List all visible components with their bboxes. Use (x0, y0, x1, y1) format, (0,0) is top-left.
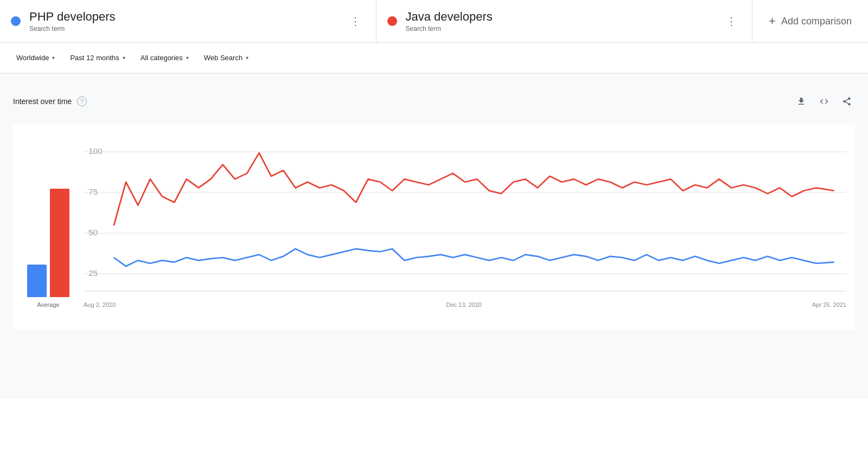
search-term-java: Java developers Search term ⋮ (376, 0, 753, 42)
php-term-name: PHP developers (29, 10, 346, 24)
java-avg-bar (50, 189, 69, 297)
php-menu-button[interactable]: ⋮ (346, 11, 365, 31)
chevron-down-icon: ▾ (186, 55, 189, 61)
filter-category[interactable]: All categories ▾ (135, 50, 194, 65)
average-column: Average (13, 145, 84, 308)
share-button[interactable] (839, 93, 855, 110)
help-icon[interactable]: ? (77, 97, 87, 106)
section-title: Interest over time (13, 97, 72, 106)
section-header: Interest over time ? (13, 85, 855, 114)
filter-time-label: Past 12 months (70, 54, 119, 62)
svg-text:100: 100 (88, 147, 103, 156)
embed-button[interactable] (816, 93, 832, 110)
chart-wrapper: Average 100 75 50 25 (13, 125, 855, 330)
filter-search-type-label: Web Search (204, 54, 242, 62)
chart-svg-container: 100 75 50 25 (84, 136, 846, 298)
php-term-info: PHP developers Search term (29, 10, 346, 33)
filter-location[interactable]: Worldwide ▾ (11, 50, 60, 65)
filter-time[interactable]: Past 12 months ▾ (65, 50, 130, 65)
section-title-group: Interest over time ? (13, 97, 87, 106)
average-bars (27, 145, 69, 297)
filter-location-label: Worldwide (16, 54, 49, 62)
php-term-type: Search term (29, 25, 346, 33)
x-label-dec: Dec 13, 2020 (446, 301, 481, 308)
add-comparison-button[interactable]: + Add comparison (752, 0, 868, 42)
filter-category-label: All categories (141, 54, 183, 62)
svg-text:50: 50 (88, 228, 98, 237)
java-line (114, 153, 834, 226)
java-menu-button[interactable]: ⋮ (722, 11, 741, 31)
php-dot (11, 16, 21, 26)
php-line (114, 249, 834, 266)
search-term-php: PHP developers Search term ⋮ (0, 0, 376, 42)
download-button[interactable] (793, 93, 809, 110)
x-label-apr: Apr 25, 2021 (812, 301, 846, 308)
java-term-type: Search term (406, 25, 722, 33)
filter-bar: Worldwide ▾ Past 12 months ▾ All categor… (0, 43, 868, 74)
x-labels: Aug 2, 2020 Dec 13, 2020 Apr 25, 2021 (84, 298, 846, 308)
share-icon (842, 97, 852, 106)
section-actions (793, 93, 855, 110)
java-term-name: Java developers (406, 10, 722, 24)
chart-svg: 100 75 50 25 (84, 136, 846, 298)
chevron-down-icon: ▾ (246, 55, 248, 61)
java-dot (387, 16, 397, 26)
add-comparison-label: Add comparison (781, 16, 852, 27)
svg-text:25: 25 (88, 269, 98, 278)
content-area: Interest over time ? (0, 74, 868, 399)
filter-search-type[interactable]: Web Search ▾ (199, 50, 254, 65)
svg-text:75: 75 (88, 188, 98, 197)
search-terms-bar: PHP developers Search term ⋮ Java develo… (0, 0, 868, 43)
embed-icon (819, 97, 829, 106)
chevron-down-icon: ▾ (123, 55, 125, 61)
java-term-info: Java developers Search term (406, 10, 722, 33)
add-icon: + (769, 14, 776, 28)
average-label: Average (37, 301, 60, 308)
chevron-down-icon: ▾ (52, 55, 55, 61)
main-chart-area: 100 75 50 25 Aug 2, 2020 Dec 13, 2020 Ap… (84, 136, 846, 308)
download-icon (796, 97, 806, 106)
x-label-aug: Aug 2, 2020 (84, 301, 116, 308)
php-avg-bar (27, 265, 47, 297)
